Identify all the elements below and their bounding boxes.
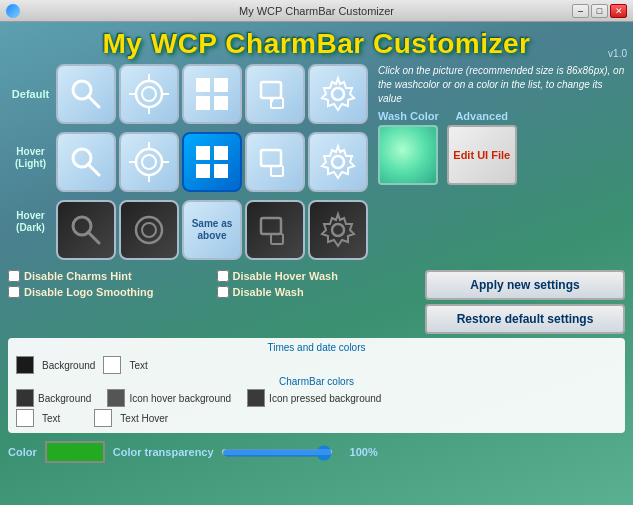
bg-times-label: Background bbox=[42, 360, 95, 371]
checkbox-disable-logo-smoothing[interactable]: Disable Logo Smoothing bbox=[8, 286, 209, 298]
svg-point-18 bbox=[136, 149, 162, 175]
text-charmbar-swatch[interactable] bbox=[16, 409, 34, 427]
svg-line-17 bbox=[88, 164, 99, 175]
close-button[interactable]: ✕ bbox=[610, 4, 627, 18]
icon-grid: Same as above bbox=[56, 64, 368, 264]
svg-point-3 bbox=[142, 87, 156, 101]
title-bar: My WCP CharmBar Customizer – □ ✕ bbox=[0, 0, 633, 22]
row-label-hover-light: Hover(Light) bbox=[8, 128, 53, 188]
svg-rect-26 bbox=[196, 164, 210, 178]
charmbar-color-row: Background Icon hover background Icon pr… bbox=[16, 389, 617, 407]
text-hover-swatch[interactable] bbox=[94, 409, 112, 427]
svg-point-15 bbox=[332, 88, 344, 100]
app-title: My WCP CharmBar Customizer bbox=[8, 28, 625, 60]
icon-share-default[interactable] bbox=[119, 64, 179, 124]
checkbox-disable-wash[interactable]: Disable Wash bbox=[217, 286, 418, 298]
wash-advanced-row: Wash Color Advanced Edit UI File bbox=[378, 110, 625, 185]
window-icon bbox=[6, 4, 20, 18]
row-label-hover-dark: Hover(Dark) bbox=[8, 192, 53, 252]
icon-pressed-bg-swatch[interactable] bbox=[247, 389, 265, 407]
svg-rect-12 bbox=[261, 82, 281, 98]
row-labels: Default Hover(Light) Hover(Dark) bbox=[8, 64, 53, 264]
svg-point-34 bbox=[142, 223, 156, 237]
text-charmbar-label: Text bbox=[42, 413, 60, 424]
times-colors-label: Times and date colors bbox=[16, 342, 617, 353]
transparency-slider[interactable] bbox=[222, 445, 332, 461]
svg-rect-11 bbox=[214, 96, 228, 110]
charmbar-bg-item: Background bbox=[16, 389, 91, 407]
checkboxes-and-buttons: Disable Charms Hint Disable Logo Smoothi… bbox=[8, 270, 625, 334]
icon-share-hover-dark[interactable] bbox=[119, 200, 179, 260]
color-preview-swatch[interactable] bbox=[45, 441, 105, 463]
checkbox-disable-charms-hint[interactable]: Disable Charms Hint bbox=[8, 270, 209, 282]
wash-color-swatch[interactable] bbox=[378, 125, 438, 185]
minimize-button[interactable]: – bbox=[572, 4, 589, 18]
icon-settings-hover-light[interactable] bbox=[308, 132, 368, 192]
right-panel: Click on the picture (recommended size i… bbox=[374, 64, 625, 264]
svg-point-37 bbox=[332, 224, 344, 236]
charmbar-icon-hover-item: Icon hover background bbox=[107, 389, 231, 407]
hover-dark-row: Same as above bbox=[56, 200, 368, 260]
times-color-row: Background Text bbox=[16, 356, 617, 374]
svg-rect-36 bbox=[271, 234, 283, 244]
icon-start-hover-light[interactable] bbox=[182, 132, 242, 192]
icon-hover-bg-swatch[interactable] bbox=[107, 389, 125, 407]
wash-color-label: Wash Color bbox=[378, 110, 439, 122]
icons-and-right-panel: Default Hover(Light) Hover(Dark) bbox=[8, 64, 625, 264]
svg-point-19 bbox=[142, 155, 156, 169]
svg-point-33 bbox=[136, 217, 162, 243]
icon-search-hover-light[interactable] bbox=[56, 132, 116, 192]
svg-rect-25 bbox=[214, 146, 228, 160]
charmbar-text-row: Text Text Hover bbox=[16, 409, 617, 427]
icon-devices-default[interactable] bbox=[245, 64, 305, 124]
bg-charmbar-swatch[interactable] bbox=[16, 389, 34, 407]
text-hover-label: Text Hover bbox=[120, 413, 168, 424]
text-times-label: Text bbox=[129, 360, 147, 371]
left-checkboxes: Disable Charms Hint Disable Logo Smoothi… bbox=[8, 270, 209, 298]
row-label-default: Default bbox=[8, 64, 53, 124]
svg-rect-35 bbox=[261, 218, 281, 234]
svg-point-30 bbox=[332, 156, 344, 168]
title-bar-left bbox=[6, 4, 20, 18]
icon-devices-hover-light[interactable] bbox=[245, 132, 305, 192]
icon-hover-bg-label: Icon hover background bbox=[129, 393, 231, 404]
transparency-slider-track bbox=[222, 449, 332, 455]
icon-search-hover-dark[interactable] bbox=[56, 200, 116, 260]
icon-share-hover-light[interactable] bbox=[119, 132, 179, 192]
svg-line-1 bbox=[88, 96, 99, 107]
right-checkboxes: Disable Hover Wash Disable Wash bbox=[217, 270, 418, 298]
percent-label: 100% bbox=[350, 446, 378, 458]
transparency-slider-container bbox=[222, 441, 342, 463]
apply-settings-button[interactable]: Apply new settings bbox=[425, 270, 625, 300]
svg-rect-9 bbox=[214, 78, 228, 92]
bg-charmbar-label: Background bbox=[38, 393, 91, 404]
svg-rect-29 bbox=[271, 166, 283, 176]
default-row bbox=[56, 64, 368, 124]
transparency-label: Color transparency bbox=[113, 446, 214, 458]
icon-settings-hover-dark[interactable] bbox=[308, 200, 368, 260]
svg-rect-10 bbox=[196, 96, 210, 110]
bg-times-swatch[interactable] bbox=[16, 356, 34, 374]
advanced-label: Advanced bbox=[455, 110, 508, 122]
svg-rect-24 bbox=[196, 146, 210, 160]
main-content: v1.0 My WCP CharmBar Customizer Default … bbox=[0, 22, 633, 505]
icon-grid-section: Default Hover(Light) Hover(Dark) bbox=[8, 64, 368, 264]
info-text: Click on the picture (recommended size i… bbox=[378, 64, 625, 106]
icon-search-default[interactable] bbox=[56, 64, 116, 124]
edit-ui-button[interactable]: Edit UI File bbox=[447, 125, 517, 185]
checkbox-disable-hover-wash[interactable]: Disable Hover Wash bbox=[217, 270, 418, 282]
icon-pressed-bg-label: Icon pressed background bbox=[269, 393, 381, 404]
icon-devices-hover-dark[interactable] bbox=[245, 200, 305, 260]
svg-rect-28 bbox=[261, 150, 281, 166]
icon-start-hover-dark-same[interactable]: Same as above bbox=[182, 200, 242, 260]
restore-settings-button[interactable]: Restore default settings bbox=[425, 304, 625, 334]
hover-light-row bbox=[56, 132, 368, 192]
bottom-toolbar: Color Color transparency 100% bbox=[8, 437, 625, 467]
svg-rect-27 bbox=[214, 164, 228, 178]
icon-settings-default[interactable] bbox=[308, 64, 368, 124]
text-times-swatch[interactable] bbox=[103, 356, 121, 374]
charmbar-colors-label: CharmBar colors bbox=[16, 376, 617, 387]
icon-start-default[interactable] bbox=[182, 64, 242, 124]
maximize-button[interactable]: □ bbox=[591, 4, 608, 18]
charmbar-icon-pressed-item: Icon pressed background bbox=[247, 389, 381, 407]
